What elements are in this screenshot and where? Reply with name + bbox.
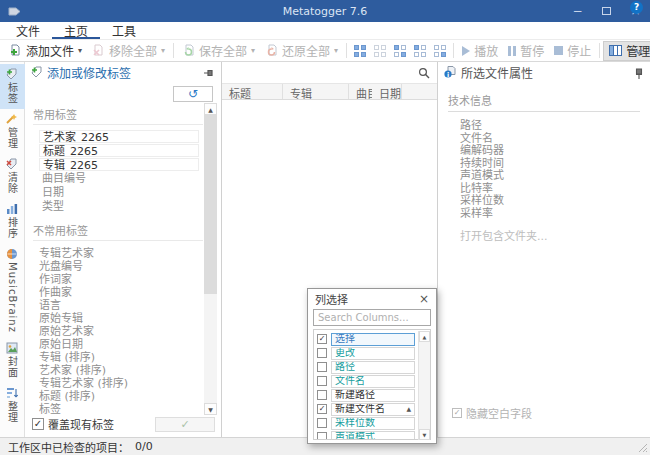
column-header[interactable]: 日期 (372, 84, 402, 99)
column-row[interactable]: ✓ 新建文件名▲ (317, 402, 415, 416)
menu-tab[interactable]: 工具 (100, 21, 148, 39)
sidebar-tab-cover[interactable]: 封面 (0, 338, 25, 383)
column-checkbox[interactable]: ✓ (317, 418, 327, 428)
tag-field-row[interactable]: 专辑艺术家 (39, 247, 203, 260)
table-filter-row[interactable] (222, 62, 437, 84)
maximize-button[interactable] (592, 0, 621, 22)
invert-selection-icon[interactable] (394, 45, 406, 57)
column-checkbox[interactable]: ✓ (317, 334, 327, 344)
column-checkbox[interactable]: ✓ (317, 390, 327, 400)
tag-list-scrollbar[interactable]: ▲ ▼ (204, 103, 217, 415)
stop-button[interactable]: 停止 (549, 41, 596, 61)
column-checkbox[interactable]: ✓ (317, 432, 327, 440)
pause-button[interactable]: 暂停 (503, 41, 549, 61)
tag-panel-title: 添加或修改标签 (47, 64, 131, 81)
column-list-scrollbar[interactable]: ▲ ▼ (418, 331, 430, 440)
select-all-icon[interactable] (354, 45, 366, 57)
tag-add-icon (31, 66, 43, 78)
sidebar-tab-manage[interactable]: 管理 (0, 109, 25, 154)
separator (173, 43, 174, 58)
tag-field-row[interactable]: 原始日期 (39, 338, 203, 351)
deselect-all-icon[interactable] (374, 45, 386, 57)
tag-field-row[interactable]: 专辑艺术家 (排序) (39, 377, 203, 390)
wand-icon (6, 113, 18, 125)
column-checkbox[interactable]: ✓ (317, 348, 327, 358)
tag-field-row[interactable]: 标题2265 (39, 144, 199, 157)
sidebar-tab-musicbrainz[interactable]: MusicBrainz (0, 244, 25, 338)
checkbox-checked-icon[interactable]: ✓ (452, 408, 462, 418)
tag-field-row[interactable]: 专辑 (排序) (39, 351, 203, 364)
scrollbar-thumb[interactable] (204, 115, 217, 294)
scroll-down-arrow-icon[interactable]: ▼ (204, 403, 217, 415)
tag-field-row[interactable]: 日期 (39, 186, 199, 199)
tag-field-row[interactable]: 曲目编号 (39, 172, 199, 185)
column-row[interactable]: ✓ 文件名 (317, 374, 415, 388)
separator (599, 43, 600, 58)
property-field-label: 采样位数 (460, 195, 650, 208)
tag-field-row[interactable]: 光盘编号 (39, 260, 203, 273)
tag-field-row[interactable]: 艺术家2265 (39, 130, 199, 143)
remove-all-button[interactable]: 移除全部 ▾ (87, 41, 170, 61)
refresh-tags-button[interactable]: ↺ (173, 86, 213, 102)
column-search-input[interactable] (313, 309, 431, 326)
scroll-down-arrow-icon[interactable]: ▼ (419, 429, 430, 440)
tag-field-row[interactable]: 原始艺术家 (39, 325, 203, 338)
minimize-button[interactable]: − (563, 0, 592, 22)
sidebar-tab-tags[interactable]: 标签 (0, 64, 25, 109)
property-field-label: 声道模式 (460, 170, 650, 183)
manage-columns-button[interactable]: 管理列 (603, 41, 650, 61)
column-row[interactable]: ✓ 采样位数 (317, 416, 415, 430)
menu-tab[interactable]: 主页 (52, 21, 100, 39)
file-info-icon: i (444, 66, 457, 78)
sidebar-tab-organize[interactable]: 整理 (0, 383, 25, 428)
close-icon[interactable]: × (419, 293, 429, 305)
column-header[interactable]: 曲目编号 (349, 84, 372, 99)
column-chooser-header: 列选择 × (308, 289, 436, 307)
sidebar-tab-purge[interactable]: 清除 (0, 154, 25, 199)
play-button[interactable]: 播放 (457, 41, 503, 61)
menu-bar: 文件 主页 工具 (0, 22, 650, 40)
pin-vertical-icon[interactable] (635, 68, 643, 79)
menu-tab[interactable]: 文件 (4, 21, 52, 39)
svg-text:i: i (447, 71, 449, 78)
open-containing-folder-link[interactable]: 打开包含文件夹... (460, 227, 650, 243)
column-chooser-title: 列选择 (315, 291, 348, 307)
apply-tags-button[interactable]: ✓ (155, 417, 215, 432)
column-checkbox[interactable]: ✓ (317, 404, 327, 414)
overwrite-existing-tags-checkbox[interactable]: ✓ 覆盖现有标签 (32, 416, 114, 432)
column-row[interactable]: ✓ 选择 (317, 332, 415, 346)
restore-all-button[interactable]: 还原全部 ▾ (260, 41, 343, 61)
column-row[interactable]: ✓ 更改 (317, 346, 415, 360)
pin-horizontal-icon[interactable] (204, 68, 214, 78)
tag-field-row[interactable]: 作词家 (39, 273, 203, 286)
uncheck-selected-icon[interactable] (434, 45, 446, 57)
checkbox-checked-icon[interactable]: ✓ (32, 418, 44, 430)
tag-field-row[interactable]: 语言 (39, 299, 203, 312)
scroll-up-arrow-icon[interactable]: ▲ (419, 331, 430, 342)
check-selected-icon[interactable] (414, 45, 426, 57)
tag-field-row[interactable]: 标题 (排序) (39, 390, 203, 403)
column-row[interactable]: ✓ 新建路径 (317, 388, 415, 402)
hide-empty-fields-checkbox[interactable]: ✓ 隐藏空白字段 (452, 405, 532, 421)
column-row[interactable]: ✓ 路径 (317, 360, 415, 374)
tag-field-row[interactable]: 专辑2265 (39, 158, 199, 171)
status-label: 工作区中已检查的项目： (8, 439, 129, 455)
resize-grip[interactable] (638, 443, 648, 453)
properties-title: 所选文件属性 (461, 64, 533, 81)
tag-field-row[interactable]: 原始专辑 (39, 312, 203, 325)
tag-field-row[interactable]: 作曲家 (39, 286, 203, 299)
tag-field-row[interactable]: 标签 (39, 403, 203, 415)
sidebar-tab-sort[interactable]: 排序 (0, 199, 25, 244)
search-icon[interactable] (418, 67, 430, 79)
help-button[interactable]: ? (630, 1, 643, 14)
tag-field-row[interactable]: 类型 (39, 200, 199, 213)
save-all-button[interactable]: 保存全部 ▾ (177, 41, 260, 61)
column-header[interactable]: 专辑 (283, 84, 349, 99)
column-row[interactable]: ✓ 声道模式 (317, 430, 415, 440)
tag-field-row[interactable]: 艺术家 (排序) (39, 364, 203, 377)
column-header[interactable]: 标题 (222, 84, 283, 99)
column-checkbox[interactable]: ✓ (317, 362, 327, 372)
column-checkbox[interactable]: ✓ (317, 376, 327, 386)
scroll-up-arrow-icon[interactable]: ▲ (204, 103, 217, 115)
add-files-button[interactable]: 添加文件 ▾ (4, 41, 87, 61)
